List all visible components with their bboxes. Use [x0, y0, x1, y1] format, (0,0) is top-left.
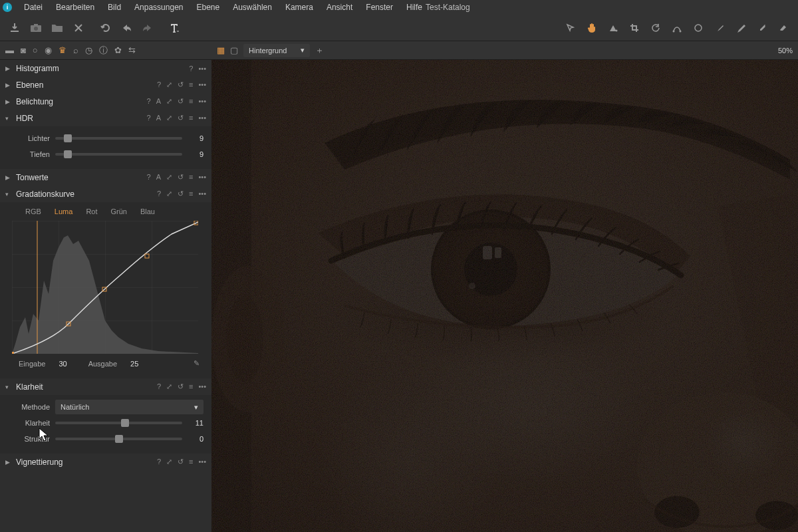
menu-icon[interactable]: ≡ [189, 97, 193, 106]
image-canvas[interactable] [211, 60, 798, 532]
crop-tool-icon[interactable] [628, 21, 641, 35]
reset-icon[interactable]: ↺ [178, 190, 184, 198]
menu-icon[interactable]: ≡ [189, 80, 193, 89]
tab-search-icon[interactable]: ⌕ [73, 45, 78, 55]
menu-icon[interactable]: ≡ [189, 114, 193, 122]
expand-icon[interactable]: ⤢ [166, 190, 172, 198]
menu-icon[interactable]: ≡ [189, 190, 193, 198]
expand-icon[interactable]: ⤢ [166, 80, 172, 89]
klarheit-value[interactable]: 11 [188, 419, 203, 427]
hdr-lichter-slider[interactable] [55, 137, 182, 140]
grid-view-icon[interactable]: ▦ [217, 45, 225, 55]
help-icon[interactable]: ? [157, 382, 161, 391]
import-icon[interactable] [8, 21, 21, 35]
menu-ansicht[interactable]: Ansicht [320, 1, 359, 14]
panel-curve-header[interactable]: ▾ Gradationskurve ?⤢↺≡••• [0, 186, 211, 202]
menu-icon[interactable]: ≡ [189, 382, 193, 391]
help-icon[interactable]: ? [157, 458, 161, 466]
more-icon[interactable]: ••• [198, 97, 206, 106]
help-icon[interactable]: ? [189, 65, 193, 72]
expand-icon[interactable]: ⤢ [166, 458, 172, 466]
help-icon[interactable]: ? [147, 97, 151, 106]
reset-icon[interactable]: ↺ [178, 97, 184, 106]
tab-share-icon[interactable]: ⇆ [128, 45, 136, 55]
hdr-tiefen-value[interactable]: 9 [188, 150, 203, 158]
panel-hdr-header[interactable]: ▾ HDR ?A⤢↺≡••• [0, 110, 211, 126]
auto-icon[interactable]: A [156, 173, 161, 182]
panel-histogramm-header[interactable]: ▶ Histogramm ?••• [0, 60, 211, 76]
tab-folder-icon[interactable]: ▬ [5, 45, 14, 55]
curve-tab-rot[interactable]: Rot [86, 207, 97, 215]
add-layer-icon[interactable]: ＋ [315, 45, 324, 57]
curve-tab-luma[interactable]: Luma [55, 207, 73, 215]
reset-icon[interactable]: ↺ [178, 114, 184, 122]
more-icon[interactable]: ••• [198, 114, 206, 122]
auto-icon[interactable]: A [156, 97, 161, 106]
zoom-level[interactable]: 50% [778, 47, 793, 55]
menu-hilfe[interactable]: Hilfe [400, 1, 429, 14]
reset-icon[interactable]: ↺ [178, 382, 184, 391]
help-icon[interactable]: ? [147, 114, 151, 122]
klarheit-methode-dropdown[interactable]: Natürlich▾ [55, 400, 203, 414]
pen-tool-icon[interactable] [734, 21, 747, 35]
menu-ebene[interactable]: Ebene [190, 1, 226, 14]
curve-tab-blau[interactable]: Blau [140, 207, 155, 215]
camera-icon[interactable] [29, 21, 43, 35]
brush-tool-icon[interactable] [713, 21, 726, 35]
ellipse-tool-icon[interactable] [692, 21, 705, 35]
close-icon[interactable] [72, 21, 85, 35]
tab-overlap-icon[interactable]: ◉ [45, 45, 52, 55]
curve-tab-gruen[interactable]: Grün [111, 207, 127, 215]
hdr-tiefen-slider[interactable] [55, 153, 182, 156]
expand-icon[interactable]: ⤢ [166, 97, 172, 106]
redo-step-icon[interactable] [141, 21, 154, 35]
menu-auswaehlen[interactable]: Auswählen [226, 1, 279, 14]
menu-fenster[interactable]: Fenster [359, 1, 400, 14]
more-icon[interactable]: ••• [198, 382, 206, 391]
menu-bearbeiten[interactable]: Bearbeiten [49, 1, 101, 14]
path-tool-icon[interactable] [670, 21, 684, 35]
hand-tool-icon[interactable] [585, 21, 598, 35]
fill-tool-icon[interactable] [606, 21, 620, 35]
menu-icon[interactable]: ≡ [189, 173, 193, 182]
single-view-icon[interactable]: ▢ [230, 45, 238, 55]
folder-icon[interactable] [51, 21, 64, 35]
undo-icon[interactable] [98, 21, 112, 35]
panel-klarheit-header[interactable]: ▾ Klarheit ?⤢↺≡••• [0, 378, 211, 395]
more-icon[interactable]: ••• [198, 190, 206, 198]
pointer-tool-icon[interactable] [564, 21, 577, 35]
reset-icon[interactable]: ↺ [178, 80, 184, 89]
panel-tonwerte-header[interactable]: ▶ Tonwerte ?A⤢↺≡••• [0, 169, 211, 186]
menu-kamera[interactable]: Kamera [279, 1, 320, 14]
curve-editor[interactable] [12, 221, 200, 354]
curve-picker-icon[interactable]: ✎ [194, 359, 200, 368]
menu-datei[interactable]: Datei [17, 1, 49, 14]
tab-info-icon[interactable]: ⓘ [99, 45, 108, 57]
panel-belichtung-header[interactable]: ▶ Belichtung ?A⤢↺≡••• [0, 93, 211, 110]
rotate-tool-icon[interactable] [649, 21, 662, 35]
eraser-tool-icon[interactable] [777, 21, 790, 35]
help-icon[interactable]: ? [157, 190, 161, 198]
tab-clock-icon[interactable]: ◷ [85, 45, 92, 55]
layer-dropdown[interactable]: Hintergrund▾ [243, 44, 310, 57]
struktur-value[interactable]: 0 [188, 435, 203, 443]
curve-output-value[interactable]: 25 [130, 360, 138, 368]
expand-icon[interactable]: ⤢ [166, 382, 172, 391]
expand-icon[interactable]: ⤢ [166, 173, 172, 182]
eyedropper-tool-icon[interactable] [755, 21, 769, 35]
help-icon[interactable]: ? [157, 80, 161, 89]
help-icon[interactable]: ? [147, 173, 151, 182]
panel-vignette-header[interactable]: ▶ Vignettierung ?⤢↺≡••• [0, 454, 211, 470]
undo-step-icon[interactable] [120, 21, 133, 35]
expand-icon[interactable]: ⤢ [166, 114, 172, 122]
menu-icon[interactable]: ≡ [189, 458, 193, 466]
panel-ebenen-header[interactable]: ▶ Ebenen ?⤢↺≡••• [0, 76, 211, 93]
text-tool-icon[interactable] [168, 21, 181, 35]
menu-anpassungen[interactable]: Anpassungen [128, 1, 190, 14]
more-icon[interactable]: ••• [198, 458, 206, 466]
tab-settings-icon[interactable]: ✿ [114, 45, 122, 55]
curve-tab-rgb[interactable]: RGB [25, 207, 41, 215]
struktur-slider[interactable] [55, 438, 182, 440]
reset-icon[interactable]: ↺ [178, 458, 184, 466]
reset-icon[interactable]: ↺ [178, 173, 184, 182]
